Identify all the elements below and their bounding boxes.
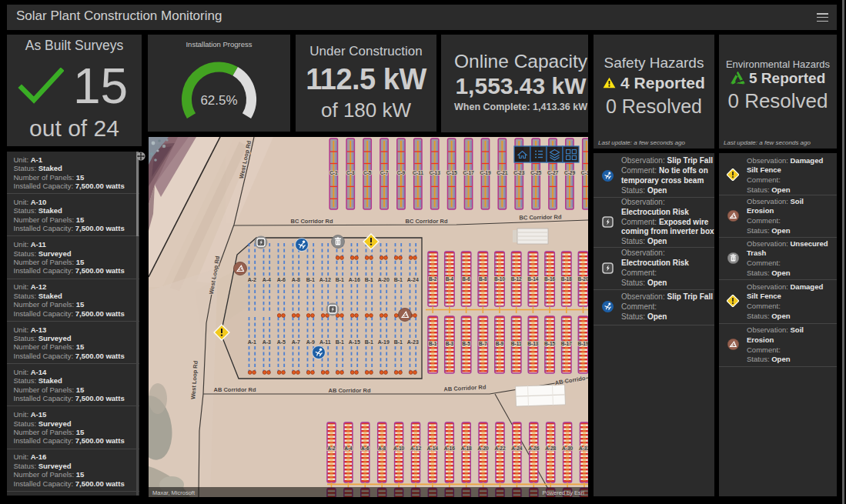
svg-text:B-1: B-1 (336, 339, 344, 345)
svg-text:A-24: A-24 (511, 446, 522, 451)
svg-text:B-6: B-6 (462, 276, 470, 282)
svg-text:A-8: A-8 (378, 446, 386, 451)
svg-text:B-1: B-1 (336, 277, 344, 282)
svg-text:B-1: B-1 (365, 277, 373, 282)
svg-text:B-12: B-12 (511, 276, 522, 282)
svg-text:A-6: A-6 (277, 277, 286, 282)
svg-text:A-4: A-4 (344, 446, 353, 451)
svg-text:B-1: B-1 (394, 277, 403, 282)
svg-text:B-19: B-19 (577, 341, 588, 346)
svg-text:A-22: A-22 (494, 446, 505, 451)
svg-text:B-9: B-9 (496, 341, 504, 346)
svg-text:A-10: A-10 (393, 446, 404, 451)
svg-text:A-32: A-32 (579, 446, 588, 451)
svg-text:A-2: A-2 (248, 277, 256, 282)
svg-text:A-16: A-16 (349, 277, 360, 282)
svg-text:C-1: C-1 (329, 170, 338, 175)
svg-text:62.5%: 62.5% (200, 93, 237, 108)
svg-text:B-5: B-5 (462, 341, 470, 346)
svg-text:A-15: A-15 (349, 339, 360, 345)
svg-text:B-10: B-10 (494, 276, 505, 282)
svg-text:Powered by Esri: Powered by Esri (542, 489, 584, 496)
svg-text:A-9: A-9 (306, 339, 315, 345)
svg-text:B-1: B-1 (394, 339, 403, 345)
svg-text:B-15: B-15 (544, 341, 555, 346)
svg-text:C-31: C-31 (581, 170, 588, 175)
svg-text:A-2: A-2 (327, 446, 336, 451)
svg-text:B-1: B-1 (365, 339, 373, 345)
svg-text:C-27: C-27 (547, 170, 558, 175)
svg-text:A-12: A-12 (410, 446, 421, 451)
svg-text:Maxar, Microsoft: Maxar, Microsoft (152, 489, 196, 496)
svg-text:C-15: C-15 (446, 170, 457, 175)
svg-text:BC Corridor Rd: BC Corridor Rd (291, 218, 333, 225)
svg-text:C-11: C-11 (413, 170, 423, 175)
svg-text:B-16: B-16 (544, 276, 555, 282)
svg-text:A-30: A-30 (562, 446, 573, 451)
svg-text:A-24: A-24 (407, 277, 419, 282)
svg-text:AB Corridor Rd: AB Corridor Rd (214, 386, 256, 393)
svg-text:B-20: B-20 (577, 276, 588, 282)
svg-text:A-20: A-20 (378, 277, 390, 282)
svg-text:A-26: A-26 (528, 446, 539, 451)
svg-text:C-23: C-23 (513, 170, 524, 175)
svg-text:B-7: B-7 (479, 341, 487, 346)
svg-text:A-1: A-1 (248, 339, 256, 345)
svg-text:A-4: A-4 (262, 277, 271, 282)
svg-text:B-14: B-14 (527, 276, 538, 282)
svg-text:C-9: C-9 (397, 170, 406, 175)
svg-text:B-2: B-2 (429, 276, 437, 282)
svg-text:A-8: A-8 (292, 277, 300, 282)
svg-text:A-18: A-18 (461, 446, 472, 451)
svg-text:C-19: C-19 (480, 170, 490, 175)
svg-text:A-12: A-12 (319, 277, 331, 282)
svg-text:C-17: C-17 (463, 170, 474, 175)
svg-text:A-7: A-7 (292, 339, 300, 345)
svg-text:C-21: C-21 (497, 170, 507, 175)
svg-text:C-3: C-3 (346, 170, 355, 175)
svg-text:C-13: C-13 (430, 170, 440, 175)
svg-text:C-5: C-5 (363, 170, 372, 175)
svg-text:B-17: B-17 (561, 341, 572, 346)
svg-text:B-1: B-1 (429, 341, 437, 346)
svg-text:B-8: B-8 (479, 276, 487, 282)
svg-text:B-4: B-4 (446, 276, 454, 282)
svg-text:AB Corridor Rd: AB Corridor Rd (329, 387, 371, 394)
svg-text:B-3: B-3 (446, 341, 454, 346)
svg-text:A-16: A-16 (444, 446, 455, 451)
svg-text:A-3: A-3 (262, 339, 271, 345)
svg-text:A-5: A-5 (277, 339, 286, 345)
svg-text:C-7: C-7 (380, 170, 389, 175)
svg-text:C-29: C-29 (564, 170, 575, 175)
svg-text:A-11: A-11 (319, 339, 331, 345)
svg-text:B-13: B-13 (527, 341, 538, 346)
svg-text:A-28: A-28 (545, 446, 556, 451)
svg-text:A-23: A-23 (407, 339, 419, 345)
svg-text:A-20: A-20 (478, 446, 489, 451)
svg-text:BC Corridor Rd: BC Corridor Rd (406, 218, 448, 225)
svg-text:B-1: B-1 (306, 277, 315, 282)
svg-text:A-14: A-14 (427, 446, 438, 451)
svg-text:BC Corridor Rd: BC Corridor Rd (519, 214, 562, 222)
svg-text:A-19: A-19 (378, 339, 390, 345)
svg-text:B-18: B-18 (561, 276, 572, 282)
svg-text:C-25: C-25 (530, 170, 541, 175)
svg-text:A-6: A-6 (361, 446, 369, 451)
svg-text:B-11: B-11 (511, 341, 522, 346)
